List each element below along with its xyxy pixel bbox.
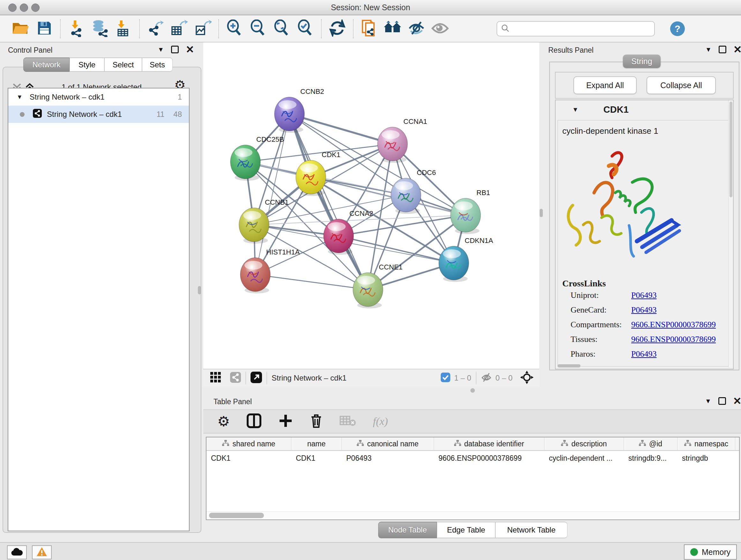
table-cell[interactable]: cyclin-dependent ...	[544, 451, 624, 465]
function-builder-icon[interactable]: f(x)	[373, 415, 388, 428]
tab-network-table[interactable]: Network Table	[495, 522, 567, 538]
tab-style[interactable]: Style	[70, 57, 105, 72]
tab-sets[interactable]: Sets	[142, 57, 173, 72]
show-columns-icon[interactable]	[246, 413, 262, 430]
open-in-window-icon[interactable]	[251, 372, 262, 384]
collapse-panel-icon[interactable]: ▼	[705, 46, 712, 53]
save-session-button[interactable]	[32, 17, 56, 40]
table-cell[interactable]: P06493	[342, 451, 434, 465]
collapse-panel-icon[interactable]: ▼	[158, 46, 164, 53]
tab-node-table[interactable]: Node Table	[378, 522, 437, 538]
left-splitter-handle[interactable]	[198, 286, 201, 294]
crosslink-link[interactable]: P06493	[631, 291, 657, 300]
column-hierarchy-icon	[357, 440, 364, 448]
bottom-splitter-handle[interactable]	[470, 388, 475, 393]
export-image-button[interactable]	[191, 17, 214, 40]
column-header-1[interactable]: name	[291, 437, 342, 450]
table-cell[interactable]: stringdb	[677, 451, 735, 465]
zoom-out-button[interactable]	[246, 17, 270, 40]
share-network-icon[interactable]	[230, 372, 241, 384]
close-panel-icon[interactable]: ✕	[186, 46, 194, 53]
status-bar: Memory	[0, 542, 741, 560]
protein-section-header[interactable]: ▼ CDK1	[556, 100, 733, 119]
collapse-all-button[interactable]: Collapse All	[647, 76, 716, 94]
help-button[interactable]: ?	[670, 21, 685, 36]
network-collection-row[interactable]: ▼ String Network – cdk1 1	[8, 88, 189, 106]
hidden-eye-slash-icon[interactable]	[481, 373, 492, 383]
protein-section: ▼ CDK1 cyclin-dependent kinase 1	[555, 100, 734, 369]
zoom-in-button[interactable]	[223, 17, 246, 40]
float-panel-icon[interactable]	[171, 46, 179, 53]
column-header-0[interactable]: shared name	[206, 437, 291, 450]
column-header-5[interactable]: @id	[624, 437, 677, 450]
column-header-6[interactable]: namespac	[677, 437, 735, 450]
section-collapse-icon[interactable]: ▼	[572, 106, 579, 113]
float-panel-icon[interactable]	[719, 46, 726, 53]
crosslink-link[interactable]: P06493	[631, 305, 657, 315]
table-row[interactable]: CDK1CDK1P064939606.ENSP00000378699cyclin…	[206, 451, 739, 465]
tab-edge-table[interactable]: Edge Table	[437, 522, 495, 538]
column-hierarchy-icon	[639, 440, 646, 448]
crosslink-link[interactable]: P06493	[631, 349, 657, 359]
selected-checkbox-icon[interactable]	[441, 373, 450, 383]
crosslink-link[interactable]: 9606.ENSP00000378699	[631, 334, 716, 344]
delete-table-icon[interactable]	[340, 415, 356, 428]
export-table-button[interactable]	[167, 17, 191, 40]
fit-content-crosshair-icon[interactable]	[520, 371, 534, 385]
table-cell[interactable]: stringdb:9...	[624, 451, 677, 465]
help-question-label: ?	[675, 23, 680, 34]
import-table-button[interactable]	[112, 17, 135, 40]
refresh-view-button[interactable]	[326, 17, 349, 40]
tree-collapse-icon[interactable]: ▼	[17, 94, 23, 101]
open-session-button[interactable]	[9, 17, 32, 40]
search-icon	[501, 24, 510, 34]
results-vertical-scrollbar[interactable]	[728, 100, 733, 368]
crosslink-row: Uniprot:P06493	[570, 291, 730, 305]
search-input[interactable]	[496, 21, 655, 37]
table-options-gear-icon[interactable]: ⚙	[217, 415, 230, 428]
column-header-4[interactable]: description	[544, 437, 624, 450]
warning-status-button[interactable]	[32, 545, 52, 559]
copy-network-button[interactable]	[357, 17, 381, 40]
column-hierarchy-icon	[561, 440, 568, 448]
tab-network[interactable]: Network	[23, 57, 70, 72]
import-network-database-button[interactable]	[88, 17, 112, 40]
expand-all-button[interactable]: Expand All	[574, 76, 636, 94]
table-cell[interactable]: CDK1	[291, 451, 342, 465]
add-column-icon[interactable]	[278, 414, 293, 429]
grid-view-icon[interactable]	[210, 372, 222, 384]
column-label: database identifier	[464, 440, 524, 448]
results-horizontal-scrollbar[interactable]	[557, 364, 581, 368]
toolbar-separator	[353, 19, 354, 38]
table-cell[interactable]: CDK1	[206, 451, 291, 465]
delete-column-icon[interactable]	[310, 413, 323, 430]
save-floppy-icon	[36, 20, 53, 38]
import-network-file-button[interactable]	[64, 17, 88, 40]
network-canvas[interactable]: CCNB2CCNA1CDC25BCDK1CDC6RB1CCNB1CCNA2CDK…	[203, 43, 539, 386]
hide-selected-button[interactable]	[405, 17, 428, 40]
tab-select[interactable]: Select	[105, 57, 142, 72]
close-window-button[interactable]	[8, 3, 17, 12]
network-row-selected[interactable]: String Network – cdk1 11 48	[8, 106, 189, 123]
zoom-window-button[interactable]	[31, 3, 40, 12]
main-toolbar: ?	[0, 15, 741, 43]
close-panel-icon[interactable]: ✕	[733, 398, 741, 404]
cloud-status-button[interactable]	[7, 545, 27, 559]
memory-button[interactable]: Memory	[684, 544, 737, 560]
show-all-button[interactable]	[428, 17, 452, 40]
column-header-3[interactable]: database identifier	[434, 437, 544, 450]
column-header-2[interactable]: canonical name	[342, 437, 434, 450]
float-panel-icon[interactable]	[718, 397, 726, 405]
export-network-button[interactable]	[144, 17, 167, 40]
table-cell[interactable]: 9606.ENSP00000378699	[434, 451, 544, 465]
network-graph[interactable]: CCNB2CCNA1CDC25BCDK1CDC6RB1CCNB1CCNA2CDK…	[203, 43, 539, 369]
close-panel-icon[interactable]: ✕	[733, 46, 741, 53]
home-networks-button[interactable]	[381, 17, 405, 40]
zoom-fit-button[interactable]	[270, 17, 293, 40]
zoom-selected-button[interactable]	[293, 17, 317, 40]
collapse-panel-icon[interactable]: ▼	[705, 397, 711, 405]
table-horizontal-scrollbar[interactable]	[206, 511, 739, 519]
crosslink-link[interactable]: 9606.ENSP00000378699	[631, 320, 716, 329]
tab-string[interactable]: String	[623, 55, 661, 68]
minimize-window-button[interactable]	[20, 3, 28, 12]
